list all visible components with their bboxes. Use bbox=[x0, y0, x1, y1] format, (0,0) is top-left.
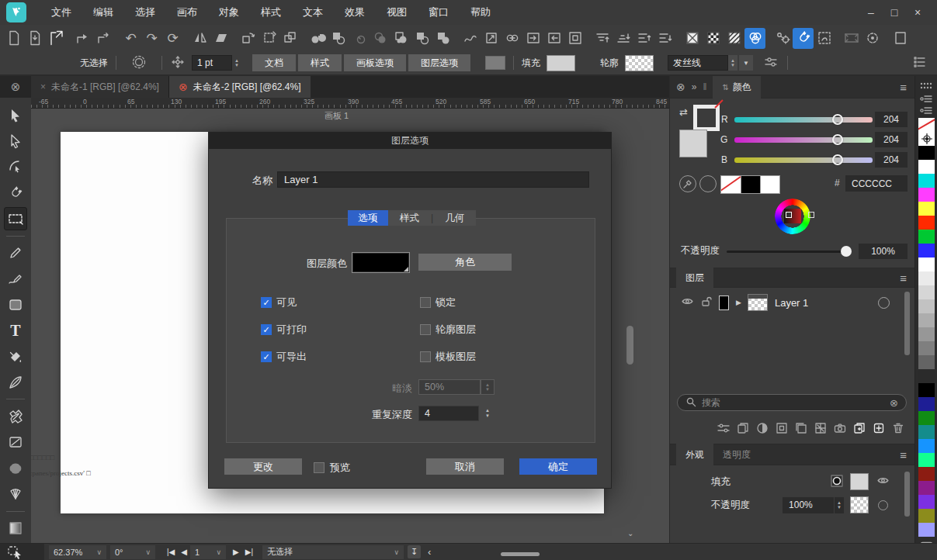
cancel-button[interactable]: 取消 bbox=[426, 458, 504, 475]
opacity-stepper[interactable]: ▲▼ bbox=[834, 497, 844, 513]
align-top-icon[interactable] bbox=[592, 28, 613, 49]
collapse-status-icon[interactable]: ‹ bbox=[428, 546, 431, 558]
no-fill-icon[interactable] bbox=[682, 28, 703, 49]
template-layer-checkbox[interactable] bbox=[420, 351, 431, 362]
clear-search-icon[interactable]: ⊗ bbox=[890, 397, 898, 409]
minimize-button[interactable]: – bbox=[859, 0, 883, 25]
layer-color-swatch[interactable] bbox=[352, 252, 410, 273]
next-page-icon[interactable]: ▶ bbox=[230, 548, 242, 556]
direct-select-tool[interactable] bbox=[4, 130, 27, 152]
bounding-box-icon[interactable] bbox=[841, 28, 862, 49]
duplicate-layer-icon[interactable] bbox=[736, 421, 750, 437]
change-button[interactable]: 更改 bbox=[224, 458, 302, 475]
no-color-picker-icon[interactable] bbox=[699, 175, 717, 192]
hatch-fill-icon[interactable] bbox=[724, 28, 744, 49]
palette-swatch[interactable] bbox=[918, 439, 935, 453]
artboard-options-button[interactable]: 画板选项 bbox=[344, 54, 406, 71]
palette-swatch[interactable] bbox=[918, 230, 935, 244]
palette-swatch[interactable] bbox=[918, 495, 935, 509]
link-objects-icon[interactable] bbox=[501, 28, 522, 49]
frame-tool[interactable] bbox=[4, 431, 27, 454]
selection-info-dropdown[interactable]: 无选择∨ bbox=[262, 545, 404, 559]
maximize-button[interactable]: □ bbox=[883, 0, 906, 25]
palette-swatch[interactable] bbox=[918, 509, 935, 523]
first-page-icon[interactable]: |◀ bbox=[164, 548, 178, 556]
menu-view[interactable]: 视图 bbox=[376, 0, 418, 25]
delete-layer-icon[interactable] bbox=[891, 421, 905, 437]
palette-registration-swatch[interactable] bbox=[918, 132, 935, 146]
palette-swatch[interactable] bbox=[918, 523, 935, 537]
free-transform-icon[interactable] bbox=[259, 28, 279, 49]
tab-color[interactable]: ⇅ 颜色 bbox=[713, 76, 760, 99]
palette-swatch[interactable] bbox=[918, 202, 935, 216]
canvas-area[interactable]: -65 0 65 130 195 260 325 390 455 520 585… bbox=[0, 98, 669, 543]
new-document-icon[interactable] bbox=[3, 28, 24, 49]
shape-tool[interactable] bbox=[4, 156, 27, 178]
scroll-down-icon[interactable]: ⌄ bbox=[627, 529, 633, 538]
simplify-shapes-icon[interactable] bbox=[370, 28, 390, 49]
appearance-opacity-field[interactable]: 100% bbox=[783, 497, 834, 513]
palette-swatch[interactable] bbox=[918, 271, 935, 285]
fill-swatch[interactable] bbox=[850, 473, 869, 490]
collapse-panel-icon[interactable]: » bbox=[692, 81, 697, 92]
properties-list-icon[interactable] bbox=[912, 54, 928, 72]
fill-tool[interactable] bbox=[4, 345, 27, 368]
palette-swatch[interactable] bbox=[918, 425, 935, 439]
import-document-icon[interactable] bbox=[24, 28, 45, 49]
red-value[interactable]: 204 bbox=[875, 112, 908, 127]
unlock-icon[interactable] bbox=[700, 296, 713, 310]
horizontal-scrollbar-thumb[interactable] bbox=[501, 552, 540, 556]
layer-options-button[interactable]: 图层选项 bbox=[408, 54, 470, 71]
tab-geometry[interactable]: 几何 bbox=[433, 212, 476, 225]
menu-object[interactable]: 对象 bbox=[208, 0, 250, 25]
repeat-depth-field[interactable]: 4 bbox=[418, 406, 479, 421]
menu-style[interactable]: 样式 bbox=[250, 0, 292, 25]
menu-effects[interactable]: 效果 bbox=[334, 0, 376, 25]
outline-color-swatch[interactable] bbox=[625, 55, 654, 71]
move-anchor-icon[interactable] bbox=[170, 54, 186, 72]
search-input[interactable]: 搜索 ⊗ bbox=[677, 394, 907, 411]
palette-swatch[interactable] bbox=[918, 453, 935, 467]
panel-menu-icon[interactable]: ≡ bbox=[900, 81, 907, 94]
role-button[interactable]: 角色 bbox=[418, 254, 512, 271]
extract-contents-icon[interactable] bbox=[543, 28, 564, 49]
document-tab-1[interactable]: × 未命名-1 [RGB] [@62.4%] bbox=[31, 76, 169, 98]
node-snap-options-icon[interactable] bbox=[772, 28, 793, 49]
share-document-icon[interactable] bbox=[72, 28, 93, 49]
scrollbar-thumb[interactable] bbox=[626, 326, 633, 365]
color-mix-icon[interactable] bbox=[744, 28, 765, 49]
printable-checkbox[interactable]: ✓ bbox=[261, 324, 272, 335]
distort-tool[interactable] bbox=[4, 405, 27, 427]
target-center-icon[interactable] bbox=[862, 28, 883, 49]
snap-lasso-icon[interactable] bbox=[814, 28, 835, 49]
stroke-color-well[interactable] bbox=[693, 105, 720, 131]
fill-color-swatch[interactable] bbox=[547, 55, 575, 71]
panel-menu-icon[interactable]: ≡ bbox=[900, 271, 907, 285]
blue-slider[interactable] bbox=[734, 157, 873, 163]
gradient-tool[interactable] bbox=[4, 517, 27, 540]
panel-toggle-icon[interactable] bbox=[887, 28, 908, 49]
add-item-icon[interactable] bbox=[872, 421, 886, 437]
palette-swatch[interactable] bbox=[918, 258, 935, 271]
artboard-label[interactable]: 画板 1 bbox=[324, 110, 349, 122]
line-width-stepper[interactable]: ▲▼ bbox=[728, 55, 737, 71]
saturation-square[interactable] bbox=[784, 209, 801, 223]
distribute-rows-icon[interactable] bbox=[633, 28, 654, 49]
eye-icon[interactable] bbox=[876, 474, 890, 489]
hex-input[interactable]: CCCCCC bbox=[845, 175, 908, 192]
swap-colors-icon[interactable]: ⇄ bbox=[679, 106, 688, 118]
text-tool[interactable]: T bbox=[4, 320, 27, 342]
palette-none-swatch[interactable] bbox=[918, 118, 935, 132]
line-settings-icon[interactable] bbox=[762, 54, 779, 73]
menu-edit[interactable]: 编辑 bbox=[82, 0, 124, 25]
layer-name-input[interactable]: Layer 1 bbox=[277, 171, 589, 188]
close-tab-icon[interactable]: ⊗ bbox=[179, 81, 188, 93]
flip-horizontal-icon[interactable] bbox=[189, 28, 210, 49]
line-style-dropdown[interactable]: 发丝线 bbox=[668, 55, 728, 71]
shear-icon[interactable] bbox=[210, 28, 231, 49]
opacity-handle[interactable] bbox=[841, 246, 852, 257]
opacity-value[interactable]: 100% bbox=[859, 244, 908, 259]
menu-help[interactable]: 帮助 bbox=[460, 0, 501, 25]
rotation-dropdown[interactable]: 0°∨ bbox=[110, 545, 155, 559]
document-settings-button[interactable]: 文档 bbox=[252, 54, 296, 71]
